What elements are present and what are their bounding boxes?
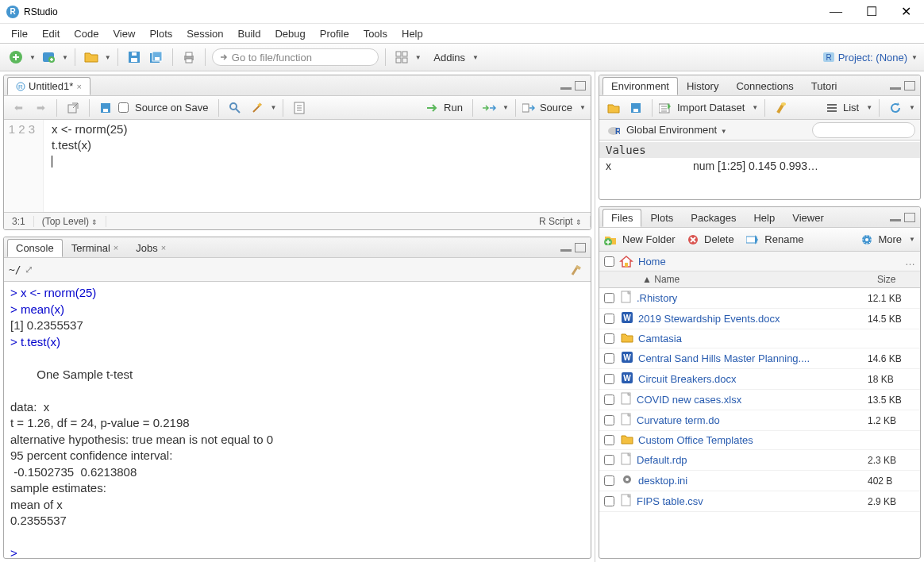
delete-button[interactable]: Delete — [687, 233, 737, 245]
find-icon[interactable] — [225, 98, 244, 117]
minimize-pane-icon[interactable] — [890, 82, 901, 90]
tab-terminal[interactable]: Terminal × — [63, 239, 128, 256]
file-name[interactable]: Curvature term.do — [637, 414, 863, 426]
grid-icon[interactable] — [392, 48, 411, 67]
print-icon[interactable] — [179, 48, 198, 67]
minimize-button[interactable]: — — [823, 2, 849, 21]
file-name[interactable]: COVID new cases.xlsx — [637, 394, 863, 406]
tab-console[interactable]: Console — [7, 239, 63, 257]
file-row[interactable]: Camtasia — [599, 329, 920, 348]
source-on-save-checkbox[interactable] — [118, 102, 129, 113]
file-row[interactable]: WCircuit Breakers.docx18 KB — [599, 369, 920, 390]
file-checkbox[interactable] — [604, 333, 614, 344]
menu-tools[interactable]: Tools — [357, 26, 394, 41]
file-name[interactable]: desktop.ini — [638, 475, 863, 487]
menu-profile[interactable]: Profile — [314, 26, 356, 41]
close-tab-icon[interactable]: × — [114, 243, 118, 252]
back-icon[interactable]: ⬅ — [9, 98, 28, 117]
scope-selector[interactable]: (Top Level) ⇕ — [34, 216, 107, 227]
breadcrumb-home[interactable]: Home — [638, 256, 666, 268]
file-name[interactable]: Central Sand Hills Master Planning.... — [638, 352, 863, 364]
menu-code[interactable]: Code — [67, 26, 105, 41]
file-checkbox[interactable] — [604, 475, 614, 486]
file-checkbox[interactable] — [604, 435, 614, 445]
open-file-icon[interactable] — [82, 48, 101, 67]
maximize-button[interactable]: ☐ — [860, 2, 884, 21]
file-name[interactable]: .Rhistory — [637, 292, 863, 304]
close-tab-icon[interactable]: × — [76, 82, 81, 91]
file-name[interactable]: Circuit Breakers.docx — [638, 373, 863, 385]
new-file-icon[interactable] — [6, 48, 25, 67]
source-button[interactable]: Source — [522, 102, 576, 114]
rename-button[interactable]: Rename — [746, 233, 807, 245]
file-checkbox[interactable] — [604, 395, 614, 405]
save-source-icon[interactable] — [96, 98, 115, 117]
file-row[interactable]: COVID new cases.xlsx13.5 KB — [599, 390, 920, 410]
minimize-pane-icon[interactable] — [890, 214, 901, 221]
file-row[interactable]: Custom Office Templates — [599, 431, 920, 450]
menu-view[interactable]: View — [106, 26, 141, 41]
tab-packages[interactable]: Packages — [682, 209, 745, 226]
more-path-icon[interactable]: … — [905, 256, 915, 268]
save-workspace-icon[interactable] — [626, 98, 645, 117]
menu-build[interactable]: Build — [232, 26, 268, 41]
language-selector[interactable]: R Script ⇕ — [531, 216, 591, 227]
forward-icon[interactable]: ➡ — [31, 98, 50, 117]
menu-help[interactable]: Help — [395, 26, 429, 41]
list-view-button[interactable]: List — [826, 102, 862, 114]
menu-plots[interactable]: Plots — [143, 26, 179, 41]
file-name[interactable]: FIPS table.csv — [637, 495, 863, 507]
file-row[interactable]: FIPS table.csv2.9 KB — [599, 491, 920, 512]
file-name[interactable]: Camtasia — [638, 333, 863, 345]
file-checkbox[interactable] — [604, 455, 614, 465]
new-folder-button[interactable]: New Folder — [604, 233, 678, 245]
file-row[interactable]: Default.rdp2.3 KB — [599, 450, 920, 471]
tab-viewer[interactable]: Viewer — [783, 209, 833, 226]
maximize-pane-icon[interactable] — [904, 81, 915, 90]
addins-menu[interactable]: Addins — [430, 52, 468, 64]
clear-workspace-icon[interactable] — [772, 98, 791, 117]
new-project-icon[interactable] — [39, 48, 58, 67]
tab-plots[interactable]: Plots — [641, 209, 682, 226]
tab-help[interactable]: Help — [745, 209, 783, 226]
load-workspace-icon[interactable] — [604, 98, 623, 117]
tab-environment[interactable]: Environment — [603, 77, 678, 95]
file-checkbox[interactable] — [604, 314, 614, 324]
env-variable-row[interactable]: x num [1:25] 0.145 0.993… — [599, 158, 920, 174]
file-checkbox[interactable] — [604, 374, 614, 384]
save-all-icon[interactable] — [147, 48, 166, 67]
close-tab-icon[interactable]: × — [161, 243, 166, 252]
import-dataset-button[interactable]: Import Dataset — [659, 102, 748, 114]
source-editor[interactable]: 1 2 3 x <- rnorm(25) t.test(x) — [4, 120, 591, 212]
environment-scope[interactable]: Global Environment ▼ — [626, 124, 727, 136]
tab-files[interactable]: Files — [603, 209, 641, 227]
path-browse-icon[interactable]: ⤢ — [25, 264, 33, 275]
file-checkbox[interactable] — [604, 293, 614, 303]
file-row[interactable]: WCentral Sand Hills Master Planning....1… — [599, 348, 920, 369]
close-button[interactable]: ✕ — [895, 2, 918, 21]
maximize-pane-icon[interactable] — [575, 243, 586, 252]
menu-debug[interactable]: Debug — [268, 26, 311, 41]
refresh-icon[interactable] — [886, 98, 905, 117]
run-button[interactable]: Run — [426, 102, 466, 114]
menu-file[interactable]: File — [5, 26, 34, 41]
select-all-checkbox[interactable] — [604, 256, 614, 267]
rerun-icon[interactable] — [479, 98, 499, 117]
clear-console-icon[interactable] — [567, 260, 586, 279]
environment-search[interactable] — [812, 122, 915, 138]
file-checkbox[interactable] — [604, 415, 614, 425]
source-tab[interactable]: R Untitled1* × — [7, 77, 90, 95]
tab-tutori[interactable]: Tutori — [803, 77, 846, 94]
save-icon[interactable] — [125, 48, 144, 67]
col-size[interactable]: Size — [872, 271, 920, 287]
file-name[interactable]: Custom Office Templates — [638, 434, 863, 446]
wand-icon[interactable] — [248, 98, 267, 117]
more-button[interactable]: More — [861, 233, 905, 245]
compile-report-icon[interactable] — [290, 98, 309, 117]
project-menu[interactable]: R Project: (None)▼ — [822, 51, 918, 64]
file-name[interactable]: Default.rdp — [637, 454, 863, 466]
file-row[interactable]: W2019 Stewardship Events.docx14.5 KB — [599, 309, 920, 329]
show-in-new-window-icon[interactable] — [64, 98, 83, 117]
col-name[interactable]: Name — [654, 274, 680, 285]
tab-connections[interactable]: Connections — [727, 77, 802, 94]
